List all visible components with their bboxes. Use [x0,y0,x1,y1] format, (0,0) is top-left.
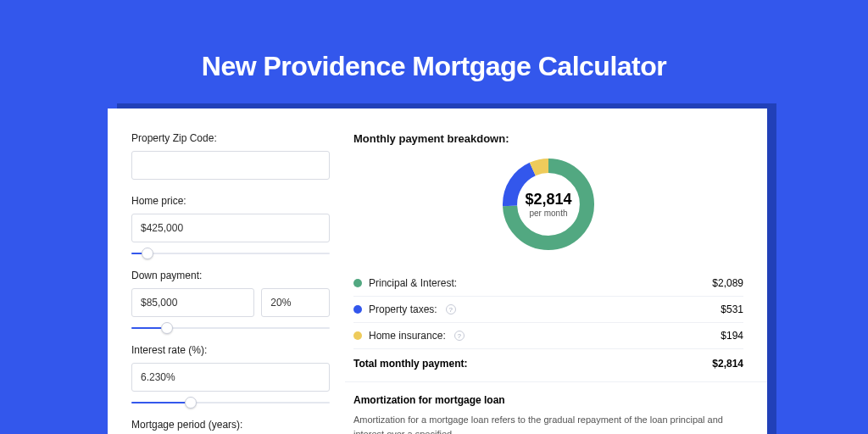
price-field: Home price: [131,195,330,242]
donut-center-sub: per month [529,209,567,218]
dot-icon [353,331,362,340]
zip-label: Property Zip Code: [131,132,330,144]
down-field: Down payment: [131,270,330,317]
down-pct-input[interactable] [261,288,330,317]
legend-row-taxes: Property taxes: ? $531 [353,297,743,323]
info-icon[interactable]: ? [454,331,465,341]
donut-center: $2,814 per month [498,153,599,255]
legend-value: $194 [721,330,743,342]
rate-slider-thumb[interactable] [185,397,197,409]
legend-row-principal: Principal & Interest: $2,089 [353,270,743,297]
legend-row-insurance: Home insurance: ? $194 [353,323,743,349]
legend-label: Property taxes: [369,303,437,315]
legend-value: $531 [721,303,743,315]
price-slider-thumb[interactable] [142,248,153,259]
dot-icon [353,305,362,314]
legend-label: Home insurance: [369,330,446,342]
down-slider[interactable] [131,322,330,334]
form-panel: Property Zip Code: Home price: Down paym… [108,108,345,434]
calculator-card: Property Zip Code: Home price: Down paym… [108,108,767,434]
period-label: Mortgage period (years): [131,419,330,431]
price-label: Home price: [131,195,330,207]
dot-icon [353,279,362,287]
rate-slider[interactable] [131,397,330,409]
breakdown-title: Monthly payment breakdown: [353,132,743,145]
donut-center-value: $2,814 [525,191,571,209]
down-slider-thumb[interactable] [161,322,173,334]
price-input[interactable] [131,214,330,242]
down-label: Down payment: [131,270,330,281]
page-background: New Providence Mortgage Calculator Prope… [0,0,868,434]
info-icon[interactable]: ? [446,304,456,314]
total-label: Total monthly payment: [353,358,467,370]
total-value: $2,814 [712,358,743,370]
rate-label: Interest rate (%): [131,344,330,356]
zip-field: Property Zip Code: [131,132,330,180]
legend-value: $2,089 [712,277,743,289]
total-row: Total monthly payment: $2,814 [353,349,743,381]
divider [345,381,767,382]
donut-chart: $2,814 per month [353,153,743,255]
price-slider[interactable] [131,248,330,259]
breakdown-panel: Monthly payment breakdown: $2,814 per mo… [345,108,767,434]
legend-label: Principal & Interest: [369,277,457,289]
page-title: New Providence Mortgage Calculator [0,0,868,82]
rate-input[interactable] [131,363,330,392]
rate-field: Interest rate (%): [131,344,330,392]
amortization-title: Amortization for mortgage loan [353,394,743,406]
amortization-text: Amortization for a mortgage loan refers … [353,413,743,434]
zip-input[interactable] [131,151,330,180]
down-amount-input[interactable] [131,288,254,317]
